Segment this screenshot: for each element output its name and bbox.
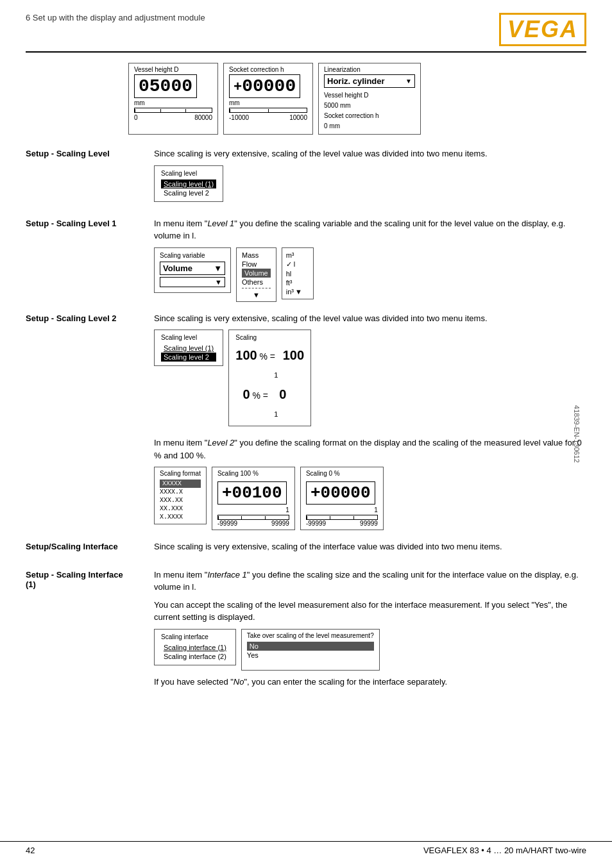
interface1-text2: You can accept the scaling of the level … (154, 599, 586, 624)
s100-tick-m1 (241, 516, 242, 519)
linearization-arrow: ▼ (405, 78, 412, 85)
sc-scale-max: 10000 (289, 114, 307, 121)
format-xxx-xx[interactable]: XXX.XX (160, 496, 201, 505)
scaling100-num: 00100 (232, 483, 282, 503)
second-dropdown-arrow: ▼ (215, 278, 222, 286)
vh-scale-min: 0 (134, 114, 138, 121)
doc-number: 41839-EN-130612 (573, 405, 581, 463)
scaling-level2-menu: Scaling level Scaling level (1) Scaling … (154, 330, 223, 366)
var-others[interactable]: Others (242, 278, 271, 287)
format-box: Scaling format XXXXX XXXX.X XXX.XX XX.XX… (154, 467, 207, 524)
sl2-0-val: 0 (276, 387, 287, 401)
format-x-xxxx[interactable]: X.XXXX (160, 513, 201, 521)
scale-tick-mid2 (185, 109, 186, 112)
s0-max: 99999 (360, 520, 378, 527)
lin-sc-value: 0 mm (324, 121, 415, 131)
var-flow[interactable]: Flow (242, 260, 271, 269)
socket-correction-box: Socket correction h +00000 mm -10000 100… (223, 63, 313, 135)
scaling100-prefix: + (222, 483, 232, 503)
vessel-height-scale (134, 108, 212, 113)
page-container: 6 Set up with the display and adjustment… (0, 0, 612, 868)
scaling0-value: +00000 (306, 481, 375, 505)
format-xx-xxx[interactable]: XX.XXX (160, 505, 201, 513)
scaling-l2-container: Scaling level Scaling level (1) Scaling … (154, 330, 586, 431)
scaling-variable-box: Scaling variable Volume ▼ ▼ (154, 247, 231, 293)
s100-tick-l (218, 516, 219, 519)
s100-tick-m2 (265, 516, 266, 519)
scaling100-box: Scaling 100 % +00100 1 -99999 99999 (212, 467, 295, 530)
linearization-dropdown[interactable]: Horiz. cylinder ▼ (324, 74, 415, 88)
sl2-item-2[interactable]: Scaling level 2 (161, 353, 216, 362)
unit-ft3[interactable]: ft³ (286, 278, 309, 287)
scaling0-title: Scaling 0 % (306, 470, 378, 477)
scaling-display: Scaling 100 % = 100 1 0 % = 0 1 (228, 330, 311, 426)
logo: VEGA (499, 13, 586, 46)
setup-scaling-level-content: Since scaling is very extensive, scaling… (154, 147, 586, 207)
scaling0-prefix: + (310, 483, 321, 503)
scaling-level-item-1[interactable]: Scaling level (1) (161, 179, 216, 188)
setup-scaling-level1-text: In menu item "Level 1" you define the sc… (154, 217, 586, 242)
var-volume[interactable]: Volume (242, 269, 271, 278)
s100-min: -99999 (217, 520, 237, 527)
setup-scaling-level1-row: Setup - Scaling Level 1 In menu item "Le… (26, 217, 586, 302)
scaling-interface-container: Scaling interface Scaling interface (1) … (154, 629, 586, 671)
page-number: 42 (26, 846, 35, 855)
vh-scale-max: 80000 (194, 114, 212, 121)
si-item-2[interactable]: Scaling interface (2) (161, 652, 229, 661)
unit-l[interactable]: l (286, 260, 309, 269)
scaling-display-title: Scaling (235, 334, 304, 341)
scaling-var-title: Scaling variable (160, 252, 225, 259)
var-mass[interactable]: Mass (242, 251, 271, 260)
top-diagrams: Vessel height D 05000 mm 0 80000 Socket … (128, 63, 586, 135)
scaling100-scale-bar (217, 515, 289, 520)
socket-correction-value: +00000 (229, 74, 300, 98)
second-dropdown[interactable]: ▼ (160, 277, 225, 287)
setup-scaling-level1-content: In menu item "Level 1" you define the sc… (154, 217, 586, 302)
setup-scaling-interface-label: Setup/Scaling Interface (26, 540, 154, 551)
socket-tick-r (307, 109, 307, 112)
sc-scale-min: -10000 (229, 114, 249, 121)
format-xxxxx[interactable]: XXXXX (160, 480, 201, 488)
level1-italic: Level 1 (207, 219, 234, 228)
sl2-item-1[interactable]: Scaling level (1) (161, 344, 216, 353)
socket-correction-title: Socket correction h (229, 66, 307, 73)
unit-in3[interactable]: in³▼ (286, 287, 309, 296)
linearization-title: Linearization (324, 66, 415, 73)
setup-scaling-level-row: Setup - Scaling Level Since scaling is v… (26, 147, 586, 207)
scaling0-scale-bar (306, 515, 378, 520)
unit-in3-arrow: ▼ (295, 288, 302, 296)
scaling-level-menu: Scaling level Scaling level (1) Scaling … (154, 165, 223, 202)
lin-vh-label: Vessel height D (324, 90, 415, 101)
volume-dropdown[interactable]: Volume ▼ (160, 262, 225, 275)
scaling-level-item-2[interactable]: Scaling level 2 (161, 188, 216, 197)
format-title: Scaling format (160, 470, 201, 477)
vessel-height-box: Vessel height D 05000 mm 0 80000 (128, 63, 218, 135)
setup-scaling-interface-row: Setup/Scaling Interface Since scaling is… (26, 540, 586, 558)
s0-tick-l (307, 516, 307, 519)
lin-sc-label: Socket correction h (324, 111, 415, 121)
sl2-100-val: 100 (283, 348, 304, 362)
sl2-100-sub: 1 (235, 371, 278, 379)
setup-scaling-interface1-content: In menu item "Interface 1" you define th… (154, 569, 586, 694)
si-item-1[interactable]: Scaling interface (1) (161, 643, 229, 652)
scaling100-title: Scaling 100 % (217, 470, 289, 477)
s100-max: 99999 (271, 520, 289, 527)
linearization-details: Vessel height D 5000 mm Socket correctio… (324, 90, 415, 131)
socket-display: 00000 (242, 76, 296, 96)
scaling100-range: -99999 99999 (217, 520, 289, 527)
second-dropdown-val (163, 278, 165, 286)
setup-scaling-level-label: Setup - Scaling Level (26, 147, 154, 158)
s100-tick-r (289, 516, 289, 519)
setup-scaling-level2-label: Setup - Scaling Level 2 (26, 312, 154, 323)
unit-m3[interactable]: m³ (286, 251, 309, 260)
interface1-label-text: Setup - Scaling Interface(1) (26, 570, 123, 589)
take-over-no[interactable]: No (247, 642, 374, 651)
socket-unit: mm (229, 99, 307, 106)
s0-tick-m2 (353, 516, 354, 519)
var-separator (242, 288, 271, 290)
interface1-text3: If you have selected "No", you can enter… (154, 676, 586, 689)
unit-hl[interactable]: hl (286, 269, 309, 278)
format-xxxx-x[interactable]: XXXX.X (160, 488, 201, 496)
take-over-yes[interactable]: Yes (247, 651, 374, 660)
setup-scaling-level2-row: Setup - Scaling Level 2 Since scaling is… (26, 312, 586, 531)
